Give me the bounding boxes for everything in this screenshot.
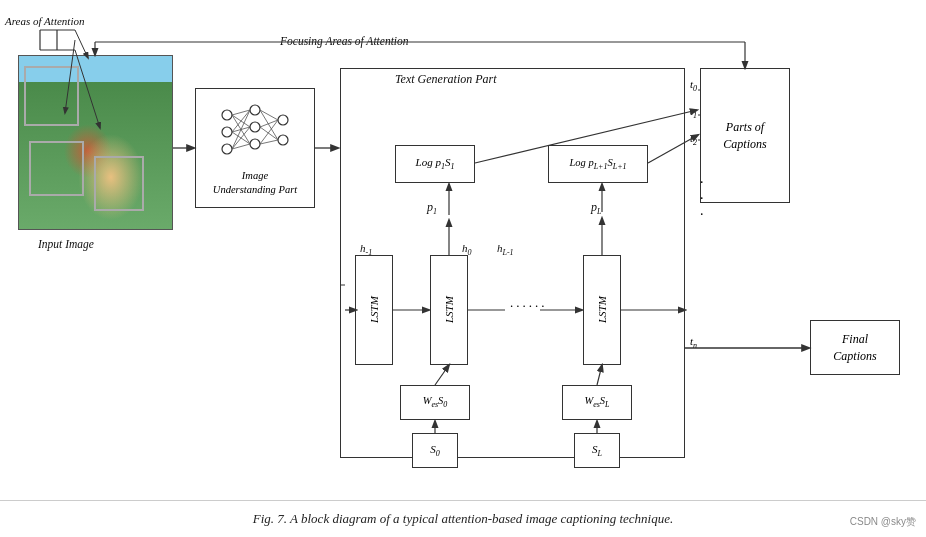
h0-label: h0	[462, 242, 472, 257]
svg-point-1	[222, 127, 232, 137]
svg-point-4	[250, 122, 260, 132]
final-captions-box: FinalCaptions	[810, 320, 900, 375]
h-minus1-label: h-1	[360, 242, 372, 257]
caption-text: Fig. 7. A block diagram of a typical att…	[253, 511, 674, 527]
svg-line-8	[232, 110, 250, 115]
t2-label: t2	[690, 132, 697, 147]
lstm-box-1: LSTM	[355, 255, 393, 365]
wes0-label: WesS0	[423, 395, 448, 409]
wesL-box: WesSL	[562, 385, 632, 420]
text-generation-label: Text Generation Part	[395, 72, 497, 87]
svg-line-18	[260, 110, 278, 140]
dots-right: ···	[700, 175, 706, 223]
diagram-area: Areas of Attention Input Image Focusing …	[0, 0, 926, 500]
t0-label: t0	[690, 78, 697, 93]
figure-caption: Fig. 7. A block diagram of a typical att…	[0, 500, 926, 537]
sL-label: SL	[592, 443, 602, 458]
attention-box-3	[94, 156, 144, 211]
parts-of-captions-box: Parts ofCaptions	[700, 68, 790, 203]
input-image-label: Input Image	[38, 238, 94, 250]
p1-label: p1	[427, 200, 437, 216]
pL-label: pL	[591, 200, 601, 216]
focusing-label: Focusing Areas of Attention	[280, 35, 409, 47]
svg-line-16	[232, 144, 250, 149]
svg-line-14	[232, 110, 250, 149]
log-p1-box: Log p1S1	[395, 145, 475, 183]
svg-point-3	[250, 105, 260, 115]
areas-of-attention-label: Areas of Attention	[5, 15, 84, 27]
svg-line-27	[75, 30, 88, 58]
attention-box-2	[29, 141, 84, 196]
image-understanding-label: ImageUnderstanding Part	[213, 169, 297, 196]
neural-net-icon	[215, 100, 295, 165]
final-captions-label: FinalCaptions	[833, 331, 876, 365]
svg-line-20	[260, 127, 278, 140]
svg-point-7	[278, 135, 288, 145]
lstm-box-L: LSTM	[583, 255, 621, 365]
s0-label: S0	[430, 443, 440, 458]
attention-box-1	[24, 66, 79, 126]
log-pL-label: Log pL+1SL+1	[569, 157, 626, 171]
svg-point-6	[278, 115, 288, 125]
s0-box: S0	[412, 433, 458, 468]
dots-middle: ......	[510, 295, 548, 311]
t1-label: t1	[690, 105, 697, 120]
svg-point-0	[222, 110, 232, 120]
log-p1-label: Log p1S1	[416, 156, 455, 171]
parts-of-captions-label: Parts ofCaptions	[723, 119, 766, 153]
watermark: CSDN @sky赞	[850, 515, 916, 529]
svg-point-2	[222, 144, 232, 154]
hL1-label: hL-1	[497, 242, 514, 257]
wes0-box: WesS0	[400, 385, 470, 420]
input-image	[18, 55, 173, 230]
sL-box: SL	[574, 433, 620, 468]
log-pL-box: Log pL+1SL+1	[548, 145, 648, 183]
image-understanding-box: ImageUnderstanding Part	[195, 88, 315, 208]
lstm-box-2: LSTM	[430, 255, 468, 365]
svg-point-5	[250, 139, 260, 149]
wesL-label: WesSL	[584, 395, 609, 409]
tn-label: tn	[690, 335, 697, 350]
